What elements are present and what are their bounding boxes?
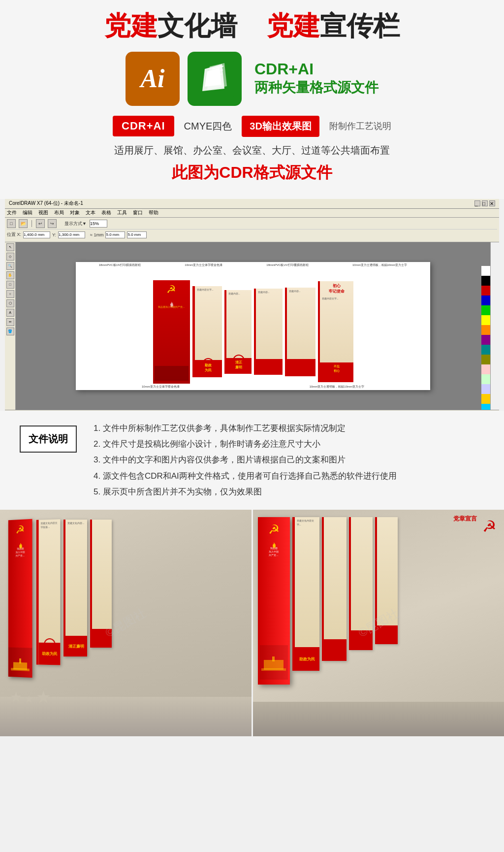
photo-floor-right [253,702,504,736]
tool-fill[interactable]: 🪣 [6,328,14,335]
swatch-teal[interactable] [481,345,490,355]
wall-panel-cream2-right [322,517,346,661]
menu-file[interactable]: 文件 [7,209,17,216]
design-panels-container: ☭ 入党誓词 我志愿加入中国共产党... 党建内容文字... 勤政为民 [76,268,430,396]
toolbar-new[interactable]: □ [7,219,16,228]
tool-text[interactable]: A [6,309,14,317]
swatch-cyan[interactable] [481,404,490,410]
swatch-lightgreen[interactable] [481,374,490,384]
toolbar-undo[interactable]: ↩ [36,219,45,228]
design-panel-cream2: 党建内容... 清正廉明 [224,290,252,374]
minimize-btn[interactable]: _ [474,200,480,206]
tool-rect[interactable]: □ [6,281,14,289]
swatch-blue[interactable] [481,295,490,305]
tool-zoom[interactable]: 🔍 [6,262,14,270]
cdr-note: 此图为CDR格式源文件 [20,162,484,184]
annot3: 18mmPVC板UV打印覆膜画射程 [266,263,308,267]
close-btn[interactable]: ✕ [489,200,495,206]
software-desc-line1: CDR+AI [254,60,378,78]
panel-slogan: 勤政为民 [195,360,222,373]
swatch-gold[interactable] [481,394,490,404]
swatch-black[interactable] [481,276,490,286]
cdr-toolbars: □ 📂 ↩ ↪ 显示方式▼ 位置 X: Y: ≈ 1mm [5,218,499,242]
red-panel-base-right [260,645,288,680]
tool-shape[interactable]: ◇ [6,253,14,261]
menu-view[interactable]: 视图 [38,209,48,216]
menu-edit[interactable]: 编辑 [23,209,32,216]
swatch-olive[interactable] [481,355,490,364]
photo-right: ☭ 党章宣言 ☭ 入党誓词 我志愿加入中国共产党... [253,510,504,736]
swatch-purple[interactable] [481,335,490,345]
cream1-text-right: 党建文化内容文字... [295,517,319,528]
toolbar-zoom: 显示方式▼ [64,221,87,227]
menu-text[interactable]: 文本 [86,209,95,216]
toolbar-redo[interactable]: ↪ [48,219,57,228]
panel-oath-text: 我志愿加入中国共产党... [158,305,185,309]
swatch-pink[interactable] [481,364,490,374]
tool-pan[interactable]: ✋ [6,271,14,279]
design-panel-chuxin: 初心牢记使命 党建内容文字... 不忘初心 [318,281,353,382]
pos-x-input[interactable] [23,231,50,238]
size-w-input[interactable] [105,231,125,238]
slogan-right1: 助政为民 [299,656,315,662]
annotation-lines-top: 18mmPVC板UV打印膜痰画射程 10mm亚力士立体字喷金色漆 18mmPVC… [76,262,430,268]
panel-cream-text2: 党建内容... [226,290,252,297]
wall-panel-cream3-left [90,520,112,648]
star3: ★ [36,687,51,707]
size-h-input[interactable] [127,231,147,238]
svg-rect-5 [11,668,30,672]
photos-section: ☭ 入党誓词 我志愿加入中国共产党... 党建文 [0,510,504,736]
cdr-menubar: 文件 编辑 视图 布局 对象 文本 表格 工具 窗口 帮助 [5,209,499,218]
swatch-red[interactable] [481,286,490,295]
subtitle-text: 适用展厅、展馆、办公室、会议室、大厅、过道等公共墙面布置 [20,144,484,157]
swatch-yellow[interactable] [481,315,490,325]
swatch-lavender[interactable] [481,384,490,394]
wall-panel-cream4-right [375,517,398,644]
main-title: 党建文化墙 党建宣传栏 [20,10,484,42]
wall-panel-red-right: ☭ 入党誓词 我志愿加入中国共产党... [258,517,290,685]
swatch-green[interactable] [481,305,490,315]
menu-layout[interactable]: 布局 [54,209,64,216]
badge-cdr-ai: CDR+AI [113,116,174,136]
zoom-input[interactable] [90,220,107,228]
wall-panel-red-left: ☭ 入党誓词 我志愿加入中国共产党... [8,519,32,678]
wall-panel-cream3-right [349,517,373,650]
software-desc-line2: 两种矢量格式源文件 [254,78,378,97]
menu-table[interactable]: 表格 [101,209,111,216]
tool-select[interactable]: ↖ [6,243,14,251]
desc-item-4: 4. 源文件包含CDR和AI两种文件格式，使用者可自行选择自己熟悉的软件进行使用 [92,468,484,484]
swatch-white[interactable] [481,266,490,276]
menu-window[interactable]: 窗口 [133,209,143,216]
cdr-canvas-area: 18mmPVC板UV打印膜痰画射程 10mm亚力士立体字喷金色漆 18mmPVC… [16,242,490,410]
hammer-sickle-icon: ☭ [166,283,176,296]
toolbar-open[interactable]: 📂 [19,219,28,228]
badge-note: 附制作工艺说明 [329,120,391,132]
panel-chuxin-body: 党建内容文字... [320,296,353,301]
pos-y-input[interactable] [58,231,85,238]
panel-red-bottom2: 清正廉明 [226,358,252,374]
cream2-base-right [324,639,346,661]
tool-poly[interactable]: ⬡ [6,299,14,307]
maximize-btn[interactable]: □ [482,200,488,206]
desc-section: 文件说明 1. 文件中所标制作工艺仅供参考，具体制作工艺要根据实际情况制定 2.… [0,411,504,510]
badge-cmyk: CMYE四色 [184,120,232,133]
toolbar-sep1 [32,220,32,227]
tool-ellipse[interactable]: ○ [6,290,14,298]
menu-help[interactable]: 帮助 [149,209,158,216]
desc-item-3: 3. 文件中的文字和图片内容仅供参考，图片请根据自己的文案和图片 [92,452,484,468]
size-label: ≈ 1mm [90,232,103,237]
position-label: 位置 X: [7,231,21,238]
desc-item-1: 1. 文件中所标制作工艺仅供参考，具体制作工艺要根据实际情况制定 [92,421,484,436]
cdr-white-canvas: 18mmPVC板UV打印膜痰画射程 10mm亚力士立体字喷金色漆 18mmPVC… [76,262,430,390]
cream2-red-base-left: 清正廉明 [65,636,87,656]
desc-list: 1. 文件中所标制作工艺仅供参考，具体制作工艺要根据实际情况制定 2. 文件尺寸… [92,421,484,500]
tool-pen[interactable]: ✏ [6,318,14,326]
menu-tools[interactable]: 工具 [117,209,127,216]
info-bar: CDR+AI CMYE四色 3D输出效果图 附制作工艺说明 [20,116,484,137]
photo-right-sim: ☭ 党章宣言 ☭ 入党誓词 我志愿加入中国共产党... [253,510,504,736]
cdr-sidebar-left: ↖ ◇ 🔍 ✋ □ ○ ⬡ A ✏ 🪣 [5,242,16,410]
ai-label: Ai [140,64,164,93]
menu-object[interactable]: 对象 [70,209,80,216]
design-panel-cream3: 党建内容... [254,289,283,375]
swatch-orange[interactable] [481,325,490,335]
